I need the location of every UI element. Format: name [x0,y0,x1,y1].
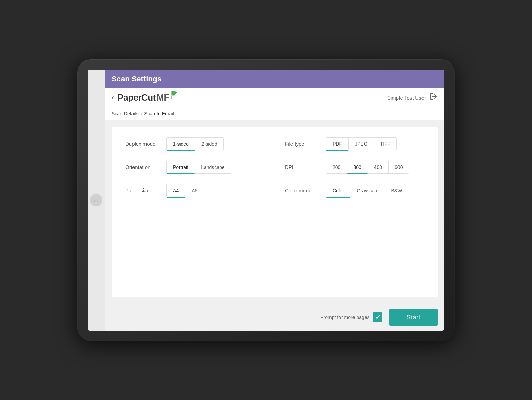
orientation-options: Portrait Landscape [166,161,231,174]
papersize-a4-button[interactable]: A4 [167,184,185,197]
filetype-jpeg-button[interactable]: JPEG [349,138,374,150]
color-mode-label: Color mode [285,187,319,193]
orientation-portrait-button[interactable]: Portrait [167,161,195,173]
footer-area: Prompt for more pages ✓ Start [105,304,444,331]
orientation-landscape-button[interactable]: Landscape [195,161,231,173]
orientation-row: Orientation Portrait Landscape [125,161,264,174]
user-name-label: Simple Test User [387,95,426,101]
home-icon: ⌂ [94,196,98,204]
content-area: Duplex mode 1-sided 2-sided File type PD… [105,120,444,304]
duplex-1sided-button[interactable]: 1-sided [167,138,195,150]
color-mode-options: Color Grayscale B&W [326,184,408,197]
paper-size-label: Paper size [125,187,160,193]
filetype-tiff-button[interactable]: TIFF [374,138,397,150]
sidebar-strip: ⌂ [88,70,105,331]
duplex-2sided-button[interactable]: 2-sided [195,138,223,150]
prompt-label: Prompt for more pages [320,315,369,320]
dpi-row: DPI 200 300 400 600 [285,161,424,174]
nav-left: ‹ PaperCut MF [112,92,178,103]
file-type-label: File type [285,141,319,147]
breadcrumb: Scan Details › Scan to Email [105,107,444,120]
checkmark-icon: ✓ [375,314,380,320]
nav-right: Simple Test User [387,92,438,103]
file-type-row: File type PDF JPEG TIFF [285,137,424,150]
logo-container: PaperCut MF [117,92,178,103]
dpi-400-button[interactable]: 400 [368,161,389,173]
logout-icon [429,92,438,101]
svg-marker-1 [175,91,177,94]
dpi-600-button[interactable]: 600 [389,161,409,173]
colormode-bw-button[interactable]: B&W [385,184,408,197]
file-type-options: PDF JPEG TIFF [326,137,397,150]
logo-mf: MF [157,92,170,103]
dpi-200-button[interactable]: 200 [326,161,347,173]
filetype-pdf-button[interactable]: PDF [326,138,349,150]
tablet-device: ⌂ Scan Settings ‹ PaperCut MF [77,59,455,341]
paper-size-options: A4 A5 [166,184,204,197]
main-content: Scan Settings ‹ PaperCut MF [105,70,444,331]
color-mode-row: Color mode Color Grayscale B&W [285,184,424,197]
dpi-options: 200 300 400 600 [326,161,409,174]
logout-button[interactable] [429,92,438,103]
svg-rect-0 [172,91,175,96]
back-button[interactable]: ‹ [112,94,117,101]
duplex-mode-row: Duplex mode 1-sided 2-sided [125,137,264,150]
dpi-label: DPI [285,164,319,170]
duplex-mode-label: Duplex mode [125,141,160,147]
duplex-mode-options: 1-sided 2-sided [166,137,224,150]
colormode-grayscale-button[interactable]: Grayscale [350,184,385,197]
breadcrumb-scan-to-email: Scan to Email [144,111,174,116]
papersize-a5-button[interactable]: A5 [185,184,204,197]
breadcrumb-separator: › [141,111,142,116]
dpi-300-button[interactable]: 300 [347,161,368,173]
header-bar: Scan Settings [105,70,444,88]
tablet-screen: ⌂ Scan Settings ‹ PaperCut MF [88,70,444,331]
start-button[interactable]: Start [389,309,438,326]
nav-bar: ‹ PaperCut MF Simple Test User [105,88,444,107]
prompt-checkbox[interactable]: ✓ [373,312,382,322]
logo-papercut: PaperCut [117,92,156,103]
breadcrumb-scan-details[interactable]: Scan Details [112,111,139,116]
orientation-label: Orientation [125,164,160,170]
page-title: Scan Settings [112,75,161,83]
colormode-color-button[interactable]: Color [326,184,350,197]
settings-grid: Duplex mode 1-sided 2-sided File type PD… [125,137,424,197]
prompt-container: Prompt for more pages ✓ [320,312,382,322]
settings-card: Duplex mode 1-sided 2-sided File type PD… [112,127,438,297]
svg-rect-2 [172,96,173,99]
paper-size-row: Paper size A4 A5 [125,184,264,197]
papercut-logo-icon [170,91,178,99]
home-button[interactable]: ⌂ [90,194,102,206]
